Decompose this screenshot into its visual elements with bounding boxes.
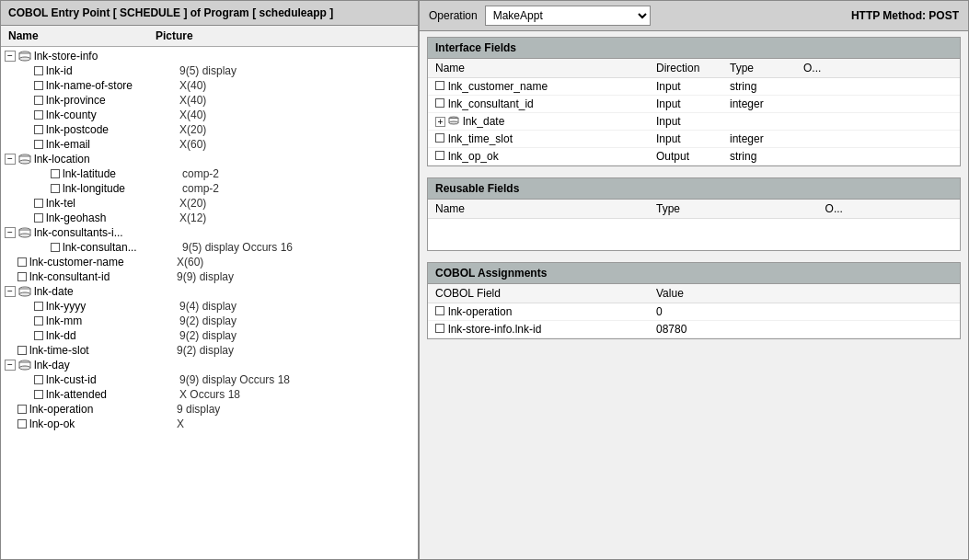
tree-node-name: lnk-dd: [46, 329, 179, 342]
ca-field-icon: [435, 324, 444, 333]
ca-field-icon: [435, 306, 444, 315]
tree-expand-btn[interactable]: −: [5, 51, 16, 62]
if-field-direction: Input: [649, 113, 722, 131]
tree-row[interactable]: lnk-telX(20): [1, 196, 418, 211]
if-col-header: Direction: [649, 59, 722, 78]
if-col-header: O...: [796, 59, 960, 78]
if-field-name: lnk_consultant_id: [428, 96, 649, 113]
tree-row[interactable]: lnk-postcodeX(20): [1, 122, 418, 137]
tree-row[interactable]: lnk-cust-id9(9) display Occurs 18: [1, 372, 418, 387]
if-row[interactable]: lnk_time_slotInputinteger: [428, 131, 960, 148]
tree-row[interactable]: lnk-name-of-storeX(40): [1, 78, 418, 93]
db-icon: [17, 286, 32, 297]
tree-row[interactable]: − lnk-location: [1, 152, 418, 166]
tree-node-name: lnk-geohash: [46, 211, 179, 224]
if-field-icon: [435, 133, 444, 143]
svg-point-8: [19, 234, 30, 237]
field-icon: [34, 125, 43, 134]
ca-row[interactable]: lnk-store-info.lnk-id08780: [428, 321, 960, 338]
tree-expand-btn[interactable]: −: [5, 286, 16, 297]
field-icon: [34, 140, 43, 149]
tree-row[interactable]: lnk-latitudecomp-2: [1, 166, 418, 181]
tree-row[interactable]: lnk-dd9(2) display: [1, 328, 418, 343]
tree-body[interactable]: − lnk-store-infolnk-id9(5) displaylnk-na…: [1, 47, 418, 559]
tree-row[interactable]: − lnk-store-info: [1, 49, 418, 63]
tree-row[interactable]: − lnk-consultants-i...: [1, 225, 418, 240]
if-field-name-text: lnk_date: [463, 115, 504, 128]
ca-field-name-text: lnk-operation: [448, 305, 512, 318]
if-row[interactable]: lnk_op_okOutputstring: [428, 148, 960, 166]
if-col-header: Type: [722, 59, 796, 78]
tree-node-picture: 9 display: [177, 403, 220, 416]
cobol-assignments-section: COBOL Assignments COBOL FieldValue lnk-o…: [427, 262, 961, 339]
tree-row[interactable]: lnk-op-okX: [1, 417, 418, 431]
tree-row[interactable]: lnk-time-slot9(2) display: [1, 343, 418, 358]
tree-row[interactable]: − lnk-date: [1, 284, 418, 299]
if-row[interactable]: lnk_customer_nameInputstring: [428, 78, 960, 96]
field-icon: [34, 375, 43, 384]
field-icon: [51, 243, 60, 252]
tree-node-name: lnk-name-of-store: [46, 79, 179, 92]
rf-col-header: O...: [818, 200, 960, 219]
tree-row[interactable]: lnk-countyX(40): [1, 108, 418, 122]
right-sections: Interface Fields NameDirectionTypeO... l…: [420, 31, 968, 559]
tree-node-name: lnk-day: [34, 359, 181, 371]
if-field-name: + lnk_date: [428, 113, 649, 131]
tree-node-name: lnk-location: [34, 153, 181, 166]
tree-row[interactable]: lnk-attendedX Occurs 18: [1, 387, 418, 402]
rf-col-header: Name: [428, 200, 649, 219]
db-icon: [17, 360, 32, 371]
tree-node-picture: 9(9) display: [177, 270, 234, 283]
svg-point-11: [19, 292, 30, 296]
if-field-type: string: [722, 148, 796, 166]
tree-expand-btn[interactable]: −: [5, 227, 16, 238]
operation-label: Operation: [429, 9, 478, 22]
tree-expand-btn[interactable]: −: [5, 154, 16, 165]
tree-node-name: lnk-latitude: [63, 167, 182, 180]
tree-row[interactable]: lnk-longitudecomp-2: [1, 181, 418, 196]
tree-row[interactable]: lnk-yyyy9(4) display: [1, 299, 418, 314]
if-field-direction: Input: [649, 78, 722, 96]
tree-node-name: lnk-time-slot: [29, 344, 177, 357]
tree-row[interactable]: lnk-customer-nameX(60): [1, 255, 418, 269]
cobol-assignments-table: COBOL FieldValue lnk-operation0lnk-store…: [428, 284, 960, 338]
tree-node-name: lnk-mm: [46, 314, 179, 327]
tree-node-picture: X(40): [179, 94, 206, 107]
tree-row[interactable]: − lnk-day: [1, 358, 418, 372]
operation-select[interactable]: MakeApptGetScheduleCancelAppt: [485, 6, 651, 26]
tree-node-name: lnk-tel: [46, 197, 179, 210]
tree-row[interactable]: lnk-geohashX(12): [1, 211, 418, 225]
tree-row[interactable]: lnk-consultant-id9(9) display: [1, 269, 418, 284]
if-row[interactable]: + lnk_dateInput: [428, 113, 960, 131]
if-field-o: [796, 148, 960, 166]
tree-row[interactable]: lnk-provinceX(40): [1, 93, 418, 108]
if-field-name-text: lnk_customer_name: [448, 80, 548, 93]
tree-node-name: lnk-postcode: [46, 123, 179, 136]
tree-col-picture: Picture: [156, 29, 193, 42]
tree-node-name: lnk-date: [34, 285, 181, 298]
tree-row[interactable]: lnk-consultan...9(5) display Occurs 16: [1, 240, 418, 255]
if-expand-btn[interactable]: +: [435, 117, 445, 127]
tree-col-name: Name: [8, 29, 156, 42]
interface-fields-table: NameDirectionTypeO... lnk_customer_nameI…: [428, 59, 960, 166]
tree-expand-btn[interactable]: −: [5, 360, 16, 371]
tree-node-picture: X: [177, 417, 184, 430]
tree-row[interactable]: lnk-operation9 display: [1, 402, 418, 417]
tree-node-name: lnk-attended: [46, 388, 179, 401]
tree-node-name: lnk-op-ok: [29, 417, 177, 430]
interface-fields-body: lnk_customer_nameInputstringlnk_consulta…: [428, 78, 960, 166]
if-field-name-text: lnk_consultant_id: [448, 97, 534, 110]
ca-row[interactable]: lnk-operation0: [428, 303, 960, 321]
tree-node-name: lnk-operation: [29, 403, 177, 416]
db-icon: [17, 227, 32, 238]
field-icon: [17, 272, 27, 281]
tree-row[interactable]: lnk-emailX(60): [1, 137, 418, 152]
if-row[interactable]: lnk_consultant_idInputinteger: [428, 96, 960, 113]
tree-row[interactable]: lnk-mm9(2) display: [1, 314, 418, 328]
http-method-label: HTTP Method: POST: [851, 9, 959, 22]
reusable-fields-header-row: NameTypeO...: [428, 200, 960, 219]
ca-field-value: 0: [649, 303, 960, 321]
field-icon: [34, 302, 43, 311]
field-icon: [34, 331, 43, 340]
tree-row[interactable]: lnk-id9(5) display: [1, 63, 418, 78]
